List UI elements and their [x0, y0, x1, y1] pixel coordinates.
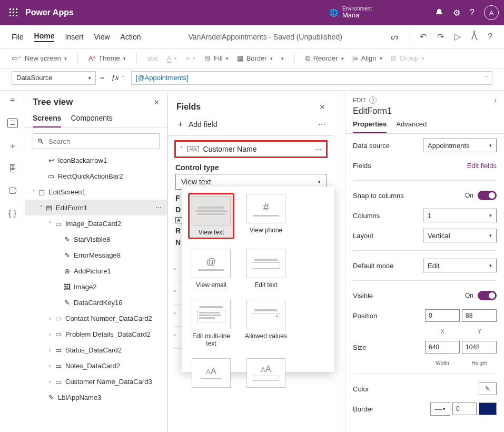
more-icon[interactable]: ⋯ [155, 204, 162, 211]
visible-toggle[interactable] [478, 291, 497, 300]
close-icon[interactable]: ✕ [154, 99, 160, 106]
control-label: Edit text [254, 281, 277, 289]
tree-item[interactable]: ›▭Problem Details_DataCard2 [25, 326, 167, 342]
play-icon[interactable]: ▷ [454, 32, 461, 42]
snap-toggle[interactable] [478, 191, 497, 200]
border-width-input[interactable]: 0 [452, 402, 477, 415]
border-color-picker[interactable] [479, 402, 497, 415]
search-box[interactable]: 🔍︎ [33, 133, 160, 149]
menu-view[interactable]: View [94, 33, 110, 41]
formula-input[interactable]: [@Appointments] ˅ [131, 71, 492, 85]
redo-icon[interactable]: ↷ [437, 32, 444, 42]
align-button[interactable]: |≡Align ▾ [352, 54, 382, 62]
chevron-down-icon[interactable]: ˅ [46, 221, 54, 227]
tree-item[interactable]: ›▭Status_DataCard2 [25, 342, 167, 358]
control-edit-text[interactable]: Edit text [244, 249, 288, 289]
tree-item[interactable]: ✎LblAppName3 [25, 389, 167, 405]
fill-button[interactable]: 🪣︎Fill ▾ [204, 54, 229, 62]
datasource-combo[interactable]: Appointments▾ [423, 139, 497, 152]
field-customer-name[interactable]: ˄ Abc Customer Name ⋯ [174, 140, 328, 158]
help-icon[interactable]: ? [470, 8, 475, 17]
tree-item[interactable]: ˅▢EditScreen1 [25, 184, 167, 200]
control-allowed-values[interactable]: ▾ Allowed values [244, 300, 288, 348]
control-edit-multiline[interactable]: Edit multi-line text [189, 300, 233, 348]
hamburger-icon[interactable]: ≡ [10, 96, 15, 105]
search-input[interactable] [48, 138, 155, 145]
pos-x-input[interactable]: 0 [425, 309, 460, 322]
chevron-right-icon[interactable]: › [46, 331, 54, 337]
control-view-text[interactable]: View text [189, 194, 233, 238]
edit-fields-link[interactable]: Edit fields [467, 162, 497, 170]
color-picker[interactable]: ✎ [479, 382, 497, 395]
tree-item[interactable]: ›▭Contact Number_DataCard2 [25, 310, 167, 326]
border-button[interactable]: ▦Border ▾ [237, 54, 273, 62]
help2-icon[interactable]: ? [488, 32, 492, 42]
tools-icon[interactable]: { } [8, 209, 16, 218]
media-icon[interactable]: 🖵 [8, 186, 17, 196]
tree-item-selected[interactable]: ˅▤EditForm1⋯ [25, 200, 167, 215]
strikethrough-icon[interactable]: abc [147, 54, 159, 62]
menu-file[interactable]: File [12, 33, 24, 41]
add-field-row[interactable]: ＋ Add field ⋯ [168, 116, 334, 136]
bell-icon[interactable]: 🔔︎ [435, 8, 443, 17]
menu-insert[interactable]: Insert [65, 33, 83, 41]
chevron-up-icon[interactable]: ˄ [180, 146, 183, 153]
tree-item[interactable]: ⊕AddPicture1 [25, 263, 167, 279]
menu-home[interactable]: Home [34, 32, 55, 42]
chevron-right-icon[interactable]: › [46, 316, 54, 321]
property-select[interactable]: DataSource▾ [12, 71, 96, 85]
chevron-right-icon[interactable]: › [46, 379, 54, 385]
data-icon[interactable]: 🗄︎ [8, 164, 17, 174]
add-icon[interactable]: ＋ [8, 141, 17, 152]
share-icon[interactable]: ᐰ [471, 32, 477, 42]
font-color-icon[interactable]: A▾ [167, 54, 177, 62]
control-view-email[interactable]: @ View email [189, 249, 233, 289]
tree-item[interactable]: ▭RectQuickActionBar2 [25, 168, 167, 184]
control-aa1[interactable]: AA [189, 358, 233, 388]
menu-action[interactable]: Action [121, 33, 141, 41]
undo-icon[interactable]: ↶ [420, 32, 427, 42]
tree-item[interactable]: ✎DataCardKey16 [25, 294, 167, 310]
tree-item[interactable]: ✎ErrorMessage8 [25, 247, 167, 263]
tree-item[interactable]: ›▭Notes_DataCard2 [25, 358, 167, 374]
layout-combo[interactable]: Vertical▾ [423, 229, 497, 242]
fx-label[interactable]: ƒx ˅ [108, 73, 127, 82]
tab-screens[interactable]: Screens [33, 112, 61, 127]
tree-view-icon[interactable]: ☰ [7, 118, 18, 128]
reorder-button[interactable]: ⧉Reorder ▾ [305, 54, 344, 63]
width-input[interactable]: 640 [425, 341, 460, 354]
environment-picker[interactable]: 🌐 Environment Maria [329, 6, 372, 19]
more-icon[interactable]: ⋯ [315, 145, 322, 153]
chevron-right-icon[interactable]: › [46, 363, 54, 369]
tab-components[interactable]: Components [71, 112, 112, 127]
theme-button[interactable]: AᵃTheme ▾ [88, 54, 126, 62]
app-checker-icon[interactable]: ᔕ [391, 32, 398, 42]
close-icon[interactable]: ✕ [319, 103, 325, 111]
tab-advanced[interactable]: Advanced [396, 120, 427, 133]
tree-item[interactable]: ✎StarVisible8 [25, 231, 167, 247]
border-style-combo[interactable]: —▾ [430, 402, 450, 416]
control-view-phone[interactable]: # View phone [244, 194, 288, 238]
pos-y-input[interactable]: 88 [462, 309, 497, 322]
tree-item[interactable]: ↩IconBackarrow1 [25, 152, 167, 168]
chevron-down-icon[interactable]: ˅ [29, 189, 37, 195]
tree-item[interactable]: ˅▭Image_DataCard2 [25, 215, 167, 231]
new-screen-button[interactable]: ▭⁺New screen ▾ [12, 54, 67, 62]
chevron-right-icon[interactable]: › [46, 347, 54, 353]
info-icon[interactable]: ? [369, 96, 377, 104]
chevron-right-icon[interactable]: › [494, 96, 497, 104]
tree-item[interactable]: ›▭Customer Name_DataCard3 [25, 374, 167, 389]
avatar[interactable]: A [484, 5, 499, 20]
height-input[interactable]: 1048 [462, 341, 497, 354]
control-aa2[interactable]: AA [244, 358, 288, 388]
gear-icon[interactable]: ⚙ [453, 8, 460, 18]
tree-item[interactable]: 🖼︎Image2 [25, 279, 167, 294]
chevron-down-icon[interactable]: ˅ [37, 205, 44, 211]
text-align-icon[interactable]: ≡▾ [185, 54, 195, 62]
tab-properties[interactable]: Properties [353, 120, 387, 133]
waffle-icon[interactable] [5, 8, 22, 17]
defmode-combo[interactable]: Edit▾ [423, 259, 497, 272]
group-button[interactable]: ⊞Group ▾ [391, 54, 424, 62]
more-icon[interactable]: ⋯ [318, 120, 325, 129]
columns-combo[interactable]: 1▾ [423, 209, 497, 222]
